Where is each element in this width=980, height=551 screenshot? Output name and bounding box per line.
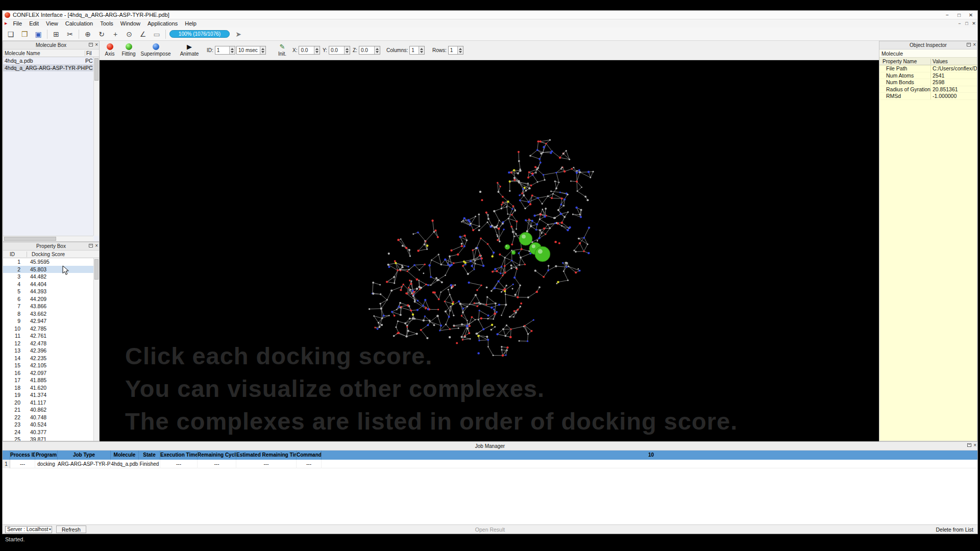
- server-select[interactable]: Server : Localhost ▼: [5, 526, 52, 533]
- object-inspector-float-icon[interactable]: [967, 43, 971, 46]
- docking-score-row[interactable]: 843.662: [3, 310, 99, 318]
- y-spinner[interactable]: 0.0: [329, 46, 350, 55]
- id-label: ID:: [207, 47, 213, 53]
- docking-score-row[interactable]: 1042.785: [3, 325, 99, 333]
- new-document-icon[interactable]: ❏: [6, 29, 16, 39]
- molecule-row[interactable]: 4hdq_a.pdbPC: [3, 57, 99, 64]
- property-name: Num Bonds: [879, 79, 931, 86]
- docking-score-row[interactable]: 2041.117: [3, 399, 99, 407]
- molecule-box-float-icon[interactable]: [89, 43, 93, 46]
- docking-score-row[interactable]: 644.209: [3, 295, 99, 303]
- docking-score-row[interactable]: 1941.374: [3, 391, 99, 399]
- docking-score-row[interactable]: 1841.620: [3, 384, 99, 392]
- run-icon[interactable]: ➤: [233, 29, 243, 39]
- eraser-icon[interactable]: ▭: [152, 29, 162, 39]
- molecule-box-close-icon[interactable]: ×: [95, 42, 98, 47]
- app-menu-arrow-icon: ▶: [5, 21, 7, 26]
- maximize-button[interactable]: □: [954, 12, 964, 18]
- rows-spinner[interactable]: 1: [448, 46, 463, 55]
- molecule-viewport[interactable]: Click each docking score.You can visuali…: [100, 60, 879, 441]
- docking-score-row[interactable]: 444.404: [3, 281, 99, 288]
- mdi-minimize-button[interactable]: −: [956, 21, 963, 26]
- jm-col-header: Molecule: [111, 450, 139, 460]
- docking-score-row[interactable]: 1142.761: [3, 332, 99, 340]
- mdi-restore-button[interactable]: □: [963, 21, 970, 26]
- molecule-box-hscrollbar[interactable]: [3, 236, 93, 241]
- animate-button[interactable]: ▶ Animate: [176, 42, 203, 57]
- copy-icon[interactable]: ⊞: [51, 29, 61, 39]
- docking-score-row[interactable]: 1342.396: [3, 347, 99, 355]
- job-manager-close-icon[interactable]: ×: [973, 443, 976, 447]
- docking-score-row[interactable]: 743.866: [3, 303, 99, 310]
- menu-item-help[interactable]: Help: [181, 20, 200, 27]
- docking-score-row[interactable]: 344.482: [3, 273, 99, 281]
- docking-score-row[interactable]: 1741.885: [3, 377, 99, 384]
- property-box-header: Property Box ×: [3, 242, 99, 251]
- open-file-icon[interactable]: ❒: [19, 29, 30, 39]
- columns-spinner-arrows[interactable]: [419, 46, 424, 54]
- molecule-box-vscrollbar[interactable]: [93, 57, 99, 236]
- job-cell: 4hdq_a.pdb: [111, 460, 139, 468]
- object-inspector-close-icon[interactable]: ×: [973, 42, 976, 47]
- docking-score-row[interactable]: 2539.871: [3, 436, 99, 441]
- menu-item-window[interactable]: Window: [117, 20, 144, 27]
- docking-score-value: 42.105: [22, 362, 46, 369]
- y-spinner-arrows[interactable]: [344, 46, 350, 54]
- docking-score-value: 40.862: [22, 406, 46, 414]
- columns-spinner[interactable]: 1: [409, 46, 425, 55]
- interval-spinner[interactable]: 10 msec: [236, 46, 266, 55]
- docking-score-row[interactable]: 2340.524: [3, 421, 99, 429]
- id-spinner[interactable]: 1: [215, 46, 235, 55]
- menu-item-applications[interactable]: Applications: [144, 20, 181, 27]
- menu-item-file[interactable]: File: [9, 20, 26, 27]
- z-spinner[interactable]: 0.0: [359, 46, 380, 55]
- docking-score-row[interactable]: 245.803: [3, 266, 99, 273]
- rows-spinner-arrows[interactable]: [457, 46, 463, 54]
- menu-item-tools[interactable]: Tools: [96, 20, 117, 27]
- close-button[interactable]: ✕: [966, 12, 975, 18]
- init-button[interactable]: ✎ Init.: [273, 42, 291, 57]
- zoom-icon[interactable]: ⊙: [124, 29, 134, 39]
- docking-score-row[interactable]: 1542.105: [3, 362, 99, 369]
- build-molecule-icon[interactable]: ⊕: [83, 29, 93, 39]
- mdi-close-button[interactable]: ✕: [970, 21, 977, 26]
- docking-score-row[interactable]: 2140.862: [3, 406, 99, 414]
- translate-icon[interactable]: +: [110, 29, 120, 39]
- property-box-close-icon[interactable]: ×: [95, 243, 98, 248]
- docking-score-row[interactable]: 2440.377: [3, 429, 99, 436]
- y-label: Y:: [323, 47, 327, 53]
- job-row[interactable]: 1---dockingARG-ARG-ASP-TYR-PHE4hdq_a.pdb…: [3, 460, 977, 468]
- property-box-vscrollbar[interactable]: [93, 258, 99, 441]
- x-spinner[interactable]: 0.0: [299, 46, 320, 55]
- minimize-button[interactable]: −: [943, 12, 952, 18]
- jm-col-header: Remaining Cycle: [198, 450, 236, 460]
- superimpose-label: Superimpose: [141, 51, 171, 57]
- save-icon[interactable]: ▣: [33, 29, 43, 39]
- docking-score-row[interactable]: 145.9595: [3, 258, 99, 266]
- z-spinner-arrows[interactable]: [374, 46, 380, 54]
- interval-spinner-arrows[interactable]: [260, 46, 265, 54]
- measure-icon[interactable]: ∠: [138, 29, 148, 39]
- rotate-icon[interactable]: ↻: [96, 29, 107, 39]
- property-box-float-icon[interactable]: [89, 244, 93, 247]
- refresh-button[interactable]: Refresh: [56, 525, 86, 533]
- menu-item-view[interactable]: View: [42, 20, 62, 27]
- fitting-button[interactable]: Fitting: [118, 42, 139, 57]
- menu-item-calculation[interactable]: Calculation: [62, 20, 96, 27]
- x-spinner-arrows[interactable]: [314, 46, 320, 54]
- superimpose-button[interactable]: Superimpose: [139, 42, 172, 57]
- docking-score-row[interactable]: 1642.097: [3, 369, 99, 377]
- axis-button[interactable]: Axis: [101, 42, 119, 57]
- cut-icon[interactable]: ✂: [65, 29, 75, 39]
- docking-score-row[interactable]: 942.947: [3, 317, 99, 325]
- molecule-row[interactable]: 4hdq_a_ARG-ARG-ASP-TYR-PHE.pdbPC: [3, 64, 99, 71]
- docking-score-row[interactable]: 544.393: [3, 288, 99, 295]
- open-result-button[interactable]: Open Result: [475, 527, 505, 533]
- docking-score-row[interactable]: 1442.235: [3, 355, 99, 362]
- menu-item-edit[interactable]: Edit: [26, 20, 42, 27]
- docking-score-row[interactable]: 2240.748: [3, 414, 99, 421]
- delete-from-list-button[interactable]: Delete from List: [936, 527, 973, 533]
- id-spinner-arrows[interactable]: [229, 46, 235, 54]
- job-manager-float-icon[interactable]: [967, 443, 971, 447]
- docking-score-row[interactable]: 1242.478: [3, 340, 99, 347]
